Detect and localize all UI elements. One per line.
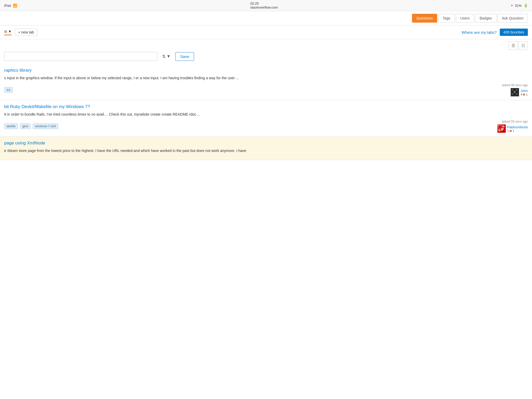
new-tab-button[interactable]: + new tab: [15, 29, 37, 36]
question-info: asked 49 secs ago: [502, 83, 528, 96]
table-row: raphics library s input in the graphics …: [0, 64, 532, 100]
time-display: 02:25: [250, 2, 278, 5]
svg-rect-3: [516, 89, 517, 91]
question-excerpt: e Steam store page from the lowest price…: [4, 148, 528, 154]
detail-view-icon: ☷: [521, 43, 525, 48]
nav-questions-button[interactable]: Questions: [412, 14, 437, 23]
wifi-icon: 📶: [13, 4, 17, 8]
svg-point-16: [503, 130, 505, 132]
battery-icon: 🔋: [524, 4, 528, 8]
bronze-count: 1: [526, 93, 528, 96]
svg-rect-4: [512, 91, 513, 93]
battery-percent: 31%: [515, 4, 522, 8]
svg-rect-5: [514, 91, 515, 93]
avatar: [497, 124, 506, 133]
avatar-image: [511, 88, 519, 96]
bronze-count: 1: [513, 129, 514, 133]
questions-list: raphics library s input in the graphics …: [0, 64, 532, 160]
svg-point-17: [498, 130, 501, 132]
nav-ask-question-button[interactable]: Ask Question: [497, 14, 528, 23]
nav-users-button[interactable]: Users: [456, 14, 474, 23]
user-info: John 4 1: [511, 88, 528, 96]
url-display: stackoverflow.com: [250, 5, 278, 9]
status-right: ⌖ 31% 🔋: [511, 3, 528, 8]
sort-button[interactable]: ⇅ ▼: [160, 52, 173, 61]
status-center: 02:25 stackoverflow.com: [250, 2, 278, 9]
question-title[interactable]: bit Ruby Devkit/Makefile on my Windows 7…: [4, 104, 528, 110]
tab-bar: st ▼ + new tab Where are my tabs? 430 bo…: [0, 25, 532, 39]
tag-badge[interactable]: akefile: [4, 123, 18, 129]
svg-rect-9: [516, 93, 517, 95]
where-tabs-link[interactable]: Where are my tabs?: [462, 30, 497, 35]
avatar-image: [497, 124, 506, 133]
nav-tags-button[interactable]: Tags: [438, 14, 455, 23]
filter-input[interactable]: [4, 52, 157, 61]
table-row: page using XmlNode e Steam store page fr…: [0, 137, 532, 160]
ipad-label: iPad: [4, 4, 11, 8]
location-icon: ⌖: [511, 3, 513, 8]
user-details: John 4 1: [521, 88, 528, 96]
user-info: PablosANoob 1 1: [497, 124, 528, 133]
view-controls: ☰ ☷: [0, 39, 532, 52]
user-name[interactable]: PablosANoob: [507, 125, 528, 129]
compact-view-button[interactable]: ☰: [509, 41, 518, 50]
question-excerpt: 8 in order to bundle Rails. I've tried c…: [4, 112, 528, 117]
save-button[interactable]: Save: [175, 52, 194, 61]
sort-dropdown-icon: ▼: [167, 54, 171, 59]
tag-badge[interactable]: ics: [4, 87, 13, 93]
tab-dropdown-icon[interactable]: ▼: [8, 29, 12, 34]
asked-time: asked 49 secs ago: [502, 83, 528, 87]
question-meta: ics asked 49 secs ago: [4, 83, 528, 96]
rep-score: 4: [521, 93, 522, 96]
detail-view-button[interactable]: ☷: [518, 41, 528, 50]
svg-rect-2: [514, 89, 515, 91]
rep-score: 1: [507, 129, 509, 133]
user-details: PablosANoob 1 1: [507, 125, 528, 133]
sort-icon: ⇅: [162, 54, 165, 59]
svg-rect-1: [512, 89, 513, 91]
question-excerpt: s input in the graphics window. If the i…: [4, 75, 528, 81]
svg-rect-8: [514, 93, 515, 95]
bronze-dot: [510, 130, 512, 132]
svg-rect-7: [512, 93, 513, 95]
status-left: iPad 📶: [4, 4, 17, 8]
user-rep: 1 1: [507, 129, 528, 133]
question-title[interactable]: raphics library: [4, 68, 528, 73]
avatar: [511, 88, 519, 96]
tag-badge[interactable]: gem: [20, 123, 31, 129]
tag-badge[interactable]: windows-7-x64: [33, 123, 58, 129]
user-name[interactable]: John: [521, 89, 528, 93]
user-rep: 4 1: [521, 93, 528, 96]
current-tab-label: st: [4, 29, 7, 34]
svg-point-15: [498, 125, 501, 128]
status-bar: iPad 📶 02:25 stackoverflow.com ⌖ 31% 🔋: [0, 0, 532, 11]
asked-time: asked 55 secs ago: [502, 120, 528, 123]
table-row: bit Ruby Devkit/Makefile on my Windows 7…: [0, 100, 532, 137]
question-meta: akefile gem windows-7-x64 asked 55 secs …: [4, 120, 528, 133]
bronze-dot: [523, 94, 525, 96]
nav-badges-button[interactable]: Badges: [475, 14, 496, 23]
question-title[interactable]: page using XmlNode: [4, 140, 528, 146]
current-tab[interactable]: st ▼: [4, 29, 12, 35]
question-info: asked 55 secs ago: [497, 120, 528, 133]
filter-bar: ⇅ ▼ Save: [0, 52, 532, 64]
navbar: Questions Tags Users Badges Ask Question: [0, 11, 532, 25]
svg-point-18: [503, 125, 505, 128]
bounties-button[interactable]: 430 bounties: [500, 29, 528, 36]
svg-rect-6: [516, 91, 517, 93]
compact-view-icon: ☰: [511, 43, 515, 48]
